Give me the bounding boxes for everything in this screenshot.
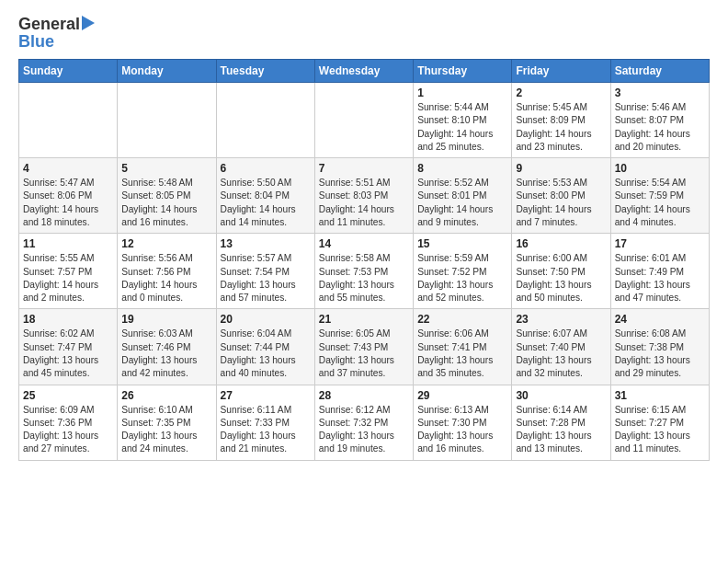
table-row: 29Sunrise: 6:13 AMSunset: 7:30 PMDayligh… [414, 385, 512, 460]
logo-arrow [82, 16, 95, 34]
day-number: 22 [417, 313, 507, 326]
day-info: Sunrise: 6:02 AMSunset: 7:47 PMDaylight:… [23, 327, 113, 380]
day-info: Sunrise: 5:57 AMSunset: 7:54 PMDaylight:… [221, 252, 311, 304]
table-row: 21Sunrise: 6:05 AMSunset: 7:43 PMDayligh… [314, 309, 413, 385]
day-info: Sunrise: 6:07 AMSunset: 7:40 PMDaylight:… [516, 327, 606, 380]
day-info: Sunrise: 6:15 AMSunset: 7:27 PMDaylight:… [615, 404, 705, 456]
table-row: 24Sunrise: 6:08 AMSunset: 7:38 PMDayligh… [610, 309, 709, 385]
day-info: Sunrise: 5:47 AMSunset: 8:06 PMDaylight:… [23, 177, 113, 229]
col-saturday: Saturday [610, 60, 709, 83]
table-row: 28Sunrise: 6:12 AMSunset: 7:32 PMDayligh… [314, 385, 413, 460]
logo-text-blue: Blue [18, 32, 54, 52]
day-number: 8 [417, 162, 507, 175]
table-row: 1Sunrise: 5:44 AMSunset: 8:10 PMDaylight… [414, 83, 512, 158]
day-info: Sunrise: 6:14 AMSunset: 7:28 PMDaylight:… [516, 404, 606, 456]
table-row: 19Sunrise: 6:03 AMSunset: 7:46 PMDayligh… [118, 309, 216, 385]
day-info: Sunrise: 5:53 AMSunset: 8:00 PMDaylight:… [516, 177, 606, 229]
table-row: 17Sunrise: 6:01 AMSunset: 7:49 PMDayligh… [610, 234, 709, 309]
table-row: 6Sunrise: 5:50 AMSunset: 8:04 PMDaylight… [216, 158, 314, 234]
day-info: Sunrise: 6:13 AMSunset: 7:30 PMDaylight:… [417, 404, 507, 456]
table-row: 2Sunrise: 5:45 AMSunset: 8:09 PMDaylight… [512, 83, 610, 158]
day-info: Sunrise: 5:51 AMSunset: 8:03 PMDaylight:… [319, 177, 409, 229]
day-number: 25 [23, 389, 113, 402]
day-info: Sunrise: 6:10 AMSunset: 7:35 PMDaylight:… [121, 404, 211, 456]
day-info: Sunrise: 5:45 AMSunset: 8:09 PMDaylight:… [516, 101, 606, 154]
day-info: Sunrise: 6:03 AMSunset: 7:46 PMDaylight:… [121, 327, 211, 380]
header-row: Sunday Monday Tuesday Wednesday Thursday… [19, 60, 710, 83]
day-info: Sunrise: 5:48 AMSunset: 8:05 PMDaylight:… [121, 177, 211, 229]
table-row: 7Sunrise: 5:51 AMSunset: 8:03 PMDaylight… [314, 158, 413, 234]
col-sunday: Sunday [19, 60, 118, 83]
day-info: Sunrise: 5:59 AMSunset: 7:52 PMDaylight:… [417, 252, 507, 304]
table-row: 13Sunrise: 5:57 AMSunset: 7:54 PMDayligh… [216, 234, 314, 309]
header: General Blue [18, 15, 710, 52]
day-info: Sunrise: 6:09 AMSunset: 7:36 PMDaylight:… [23, 404, 113, 456]
table-row [118, 83, 216, 158]
day-number: 29 [417, 389, 507, 402]
svg-marker-0 [82, 16, 95, 30]
day-number: 17 [615, 237, 705, 250]
day-number: 10 [615, 162, 705, 175]
calendar-week-row: 1Sunrise: 5:44 AMSunset: 8:10 PMDaylight… [19, 83, 710, 158]
day-number: 12 [121, 237, 211, 250]
table-row: 22Sunrise: 6:06 AMSunset: 7:41 PMDayligh… [414, 309, 512, 385]
table-row: 10Sunrise: 5:54 AMSunset: 7:59 PMDayligh… [610, 158, 709, 234]
day-info: Sunrise: 6:05 AMSunset: 7:43 PMDaylight:… [319, 327, 409, 380]
table-row: 8Sunrise: 5:52 AMSunset: 8:01 PMDaylight… [414, 158, 512, 234]
col-thursday: Thursday [414, 60, 512, 83]
calendar-table: Sunday Monday Tuesday Wednesday Thursday… [18, 59, 710, 461]
day-info: Sunrise: 6:06 AMSunset: 7:41 PMDaylight:… [417, 327, 507, 380]
day-number: 18 [23, 313, 113, 326]
table-row: 3Sunrise: 5:46 AMSunset: 8:07 PMDaylight… [610, 83, 709, 158]
table-row: 11Sunrise: 5:55 AMSunset: 7:57 PMDayligh… [19, 234, 118, 309]
day-info: Sunrise: 5:54 AMSunset: 7:59 PMDaylight:… [615, 177, 705, 229]
table-row: 18Sunrise: 6:02 AMSunset: 7:47 PMDayligh… [19, 309, 118, 385]
day-number: 15 [417, 237, 507, 250]
day-number: 20 [221, 313, 311, 326]
day-info: Sunrise: 5:44 AMSunset: 8:10 PMDaylight:… [417, 101, 507, 154]
table-row: 31Sunrise: 6:15 AMSunset: 7:27 PMDayligh… [610, 385, 709, 460]
day-number: 4 [23, 162, 113, 175]
day-number: 28 [319, 389, 409, 402]
table-row: 5Sunrise: 5:48 AMSunset: 8:05 PMDaylight… [118, 158, 216, 234]
day-info: Sunrise: 5:46 AMSunset: 8:07 PMDaylight:… [615, 101, 705, 154]
day-number: 26 [121, 389, 211, 402]
table-row: 26Sunrise: 6:10 AMSunset: 7:35 PMDayligh… [118, 385, 216, 460]
day-number: 6 [221, 162, 311, 175]
day-number: 11 [23, 237, 113, 250]
table-row [19, 83, 118, 158]
table-row: 30Sunrise: 6:14 AMSunset: 7:28 PMDayligh… [512, 385, 610, 460]
table-row: 16Sunrise: 6:00 AMSunset: 7:50 PMDayligh… [512, 234, 610, 309]
day-number: 27 [221, 389, 311, 402]
table-row: 14Sunrise: 5:58 AMSunset: 7:53 PMDayligh… [314, 234, 413, 309]
col-tuesday: Tuesday [216, 60, 314, 83]
day-number: 21 [319, 313, 409, 326]
table-row: 4Sunrise: 5:47 AMSunset: 8:06 PMDaylight… [19, 158, 118, 234]
calendar-week-row: 18Sunrise: 6:02 AMSunset: 7:47 PMDayligh… [19, 309, 710, 385]
day-info: Sunrise: 6:11 AMSunset: 7:33 PMDaylight:… [221, 404, 311, 456]
logo: General Blue [18, 15, 95, 52]
day-number: 2 [516, 86, 606, 99]
table-row [216, 83, 314, 158]
day-number: 14 [319, 237, 409, 250]
calendar-week-row: 25Sunrise: 6:09 AMSunset: 7:36 PMDayligh… [19, 385, 710, 460]
table-row: 23Sunrise: 6:07 AMSunset: 7:40 PMDayligh… [512, 309, 610, 385]
day-number: 31 [615, 389, 705, 402]
col-monday: Monday [118, 60, 216, 83]
day-number: 1 [417, 86, 507, 99]
table-row: 12Sunrise: 5:56 AMSunset: 7:56 PMDayligh… [118, 234, 216, 309]
calendar-week-row: 4Sunrise: 5:47 AMSunset: 8:06 PMDaylight… [19, 158, 710, 234]
day-number: 24 [615, 313, 705, 326]
day-number: 9 [516, 162, 606, 175]
day-info: Sunrise: 5:58 AMSunset: 7:53 PMDaylight:… [319, 252, 409, 304]
table-row: 15Sunrise: 5:59 AMSunset: 7:52 PMDayligh… [414, 234, 512, 309]
day-info: Sunrise: 6:01 AMSunset: 7:49 PMDaylight:… [615, 252, 705, 304]
day-number: 3 [615, 86, 705, 99]
day-number: 13 [221, 237, 311, 250]
day-number: 30 [516, 389, 606, 402]
day-info: Sunrise: 5:52 AMSunset: 8:01 PMDaylight:… [417, 177, 507, 229]
day-info: Sunrise: 6:08 AMSunset: 7:38 PMDaylight:… [615, 327, 705, 380]
day-number: 7 [319, 162, 409, 175]
day-info: Sunrise: 5:56 AMSunset: 7:56 PMDaylight:… [121, 252, 211, 304]
col-friday: Friday [512, 60, 610, 83]
